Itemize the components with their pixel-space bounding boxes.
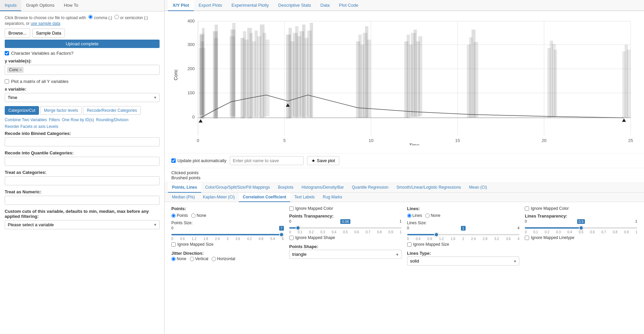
tab-merge-factor[interactable]: Merge factor levels bbox=[40, 106, 82, 115]
plot-name-input[interactable] bbox=[230, 156, 304, 165]
right-panel: X/Y Plot Export Plots Experimental Plotl… bbox=[165, 0, 644, 334]
plot-matrix-row: Plot a matrix of all Y variables bbox=[5, 79, 160, 84]
points-size-label: Points Size: bbox=[171, 221, 192, 225]
ignore-mapped-color-lines-label: Ignore Mapped Color bbox=[531, 206, 569, 211]
sub-opt-tab-correlation[interactable]: Correlation Coefficient bbox=[239, 193, 290, 202]
chart-container: 400 300 200 100 0 0 5 10 15 20 25 Conc T… bbox=[165, 11, 644, 153]
left-content: Click Browse to choose csv file to uploa… bbox=[0, 11, 164, 237]
sample-data-button[interactable]: Sample Data bbox=[32, 29, 65, 38]
lines-size-label: Lines Size: bbox=[407, 221, 427, 225]
points-radio-none[interactable]: None bbox=[191, 213, 206, 218]
tab-descriptive-stats[interactable]: Descriptive Stats bbox=[273, 0, 316, 11]
svg-rect-73 bbox=[474, 42, 478, 117]
link-combine-two-vars[interactable]: Combine Two Variables bbox=[5, 117, 47, 122]
points-radio-points[interactable]: Points bbox=[171, 213, 188, 218]
opt-tab-color-group[interactable]: Color/Group/Split/Size/Fill Mappings bbox=[201, 183, 274, 193]
opt-tab-histograms[interactable]: Histograms/Density/Bar bbox=[297, 183, 348, 193]
points-shape-select[interactable]: triangle bbox=[289, 250, 402, 259]
opt-tab-quantile-regression[interactable]: Quantile Regression bbox=[348, 183, 393, 193]
points-size-max-val: 7 bbox=[279, 226, 284, 231]
recode-quantile-input[interactable] bbox=[5, 157, 160, 166]
points-radio-row: Points None bbox=[171, 213, 284, 218]
opt-tab-points-lines[interactable]: Points, Lines bbox=[168, 183, 201, 193]
sub-opt-tab-rug-marks[interactable]: Rug Marks bbox=[319, 193, 346, 202]
ignore-mapped-color-checkbox-pts[interactable] bbox=[289, 206, 294, 211]
use-sample-link[interactable]: use sample data bbox=[31, 21, 60, 26]
lines-type-select-wrapper: solid ▼ bbox=[407, 256, 520, 266]
opt-tab-mean-ci[interactable]: Mean (CI) bbox=[465, 183, 491, 193]
tab-data[interactable]: Data bbox=[316, 0, 334, 11]
points-size-min: 0 bbox=[171, 226, 173, 231]
ignore-mapped-linetype-label: Ignore Mapped Linetype bbox=[531, 235, 574, 240]
treat-categories-group: Treat as Categories: bbox=[5, 170, 160, 185]
tab-how-to[interactable]: How To bbox=[59, 0, 83, 11]
ignore-mapped-color-lines-checkbox[interactable] bbox=[525, 206, 529, 211]
lines-type-select[interactable]: solid bbox=[407, 256, 520, 266]
y-variable-tag-close[interactable]: × bbox=[19, 68, 22, 72]
svg-rect-34 bbox=[229, 36, 235, 116]
link-filters[interactable]: Filters bbox=[49, 117, 60, 122]
lines-size-slider[interactable] bbox=[407, 234, 520, 235]
ignore-mapped-shape-label: Ignore Mapped Shape bbox=[295, 235, 335, 240]
jitter-none[interactable]: None bbox=[171, 256, 186, 261]
svg-rect-62 bbox=[367, 40, 371, 117]
ignore-mapped-size-lines-label: Ignore Mapped Size bbox=[413, 242, 449, 247]
tab-experimental-plotly[interactable]: Experimental Plotly bbox=[227, 0, 273, 11]
ignore-mapped-size-lines-row: Ignore Mapped Size bbox=[407, 242, 520, 247]
jitter-vertical[interactable]: Vertical bbox=[190, 256, 208, 261]
custom-cuts-select[interactable]: Please select a variable bbox=[5, 220, 160, 229]
x-variable-group: x variable: Time ▼ bbox=[5, 87, 160, 102]
points-shape-select-wrapper: triangle ▼ bbox=[289, 250, 402, 259]
lines-radio-none[interactable]: None bbox=[425, 213, 440, 218]
save-plot-button[interactable]: ★ Save plot bbox=[307, 156, 339, 165]
sub-opt-tab-median[interactable]: Median (PIs) bbox=[168, 193, 199, 202]
jitter-horizontal[interactable]: Horizontal bbox=[212, 256, 235, 261]
tab-xy-plot[interactable]: X/Y Plot bbox=[168, 0, 194, 11]
top-tabs: Inputs Graph Options How To bbox=[0, 0, 164, 11]
plot-matrix-checkbox[interactable] bbox=[5, 79, 9, 84]
lines-transparency-slider[interactable] bbox=[525, 227, 637, 229]
lines-radio-lines[interactable]: Lines bbox=[407, 213, 422, 218]
link-rounding-division[interactable]: Rounding/Division bbox=[96, 117, 129, 122]
auto-update-checkbox[interactable] bbox=[171, 158, 176, 163]
svg-rect-77 bbox=[554, 50, 557, 117]
plot-matrix-label: Plot a matrix of all Y variables bbox=[11, 79, 69, 84]
opt-tab-boxplots[interactable]: Boxplots bbox=[274, 183, 297, 193]
link-reorder-facets[interactable]: Reorder Facets or axis Levels bbox=[5, 124, 58, 129]
chart-svg[interactable]: 400 300 200 100 0 0 5 10 15 20 25 Conc T… bbox=[171, 14, 637, 145]
browse-button[interactable]: Browse... bbox=[5, 29, 30, 38]
sub-opt-tab-text-labels[interactable]: Text Labels bbox=[290, 193, 319, 202]
y-variable-input[interactable]: Conc × bbox=[5, 65, 160, 75]
y-variable-label: y variable(s): bbox=[5, 58, 160, 63]
sub-options-tabs-row: Median (PIs) Kaplan-Meier (CI) Correlati… bbox=[165, 193, 644, 202]
treat-numeric-input[interactable] bbox=[5, 196, 160, 205]
auto-update-label: Update plot automatically bbox=[177, 158, 226, 163]
tab-plot-code[interactable]: Plot Code bbox=[334, 0, 363, 11]
tab-inputs[interactable]: Inputs bbox=[0, 0, 21, 11]
character-vars-checkbox[interactable] bbox=[5, 51, 9, 55]
x-variable-select[interactable]: Time bbox=[5, 93, 160, 102]
recode-binned-group: Recode into Binned Categories: bbox=[5, 131, 160, 146]
sub-opt-tab-kaplan-meier[interactable]: Kaplan-Meier (CI) bbox=[199, 193, 239, 202]
star-icon: ★ bbox=[311, 158, 315, 163]
opt-tab-smooth-regressions[interactable]: Smooth/Linear/Logistic Regressions bbox=[392, 183, 465, 193]
tab-export-plots[interactable]: Export Plots bbox=[194, 0, 227, 11]
ignore-mapped-color-lines-row: Ignore Mapped Color bbox=[525, 206, 637, 211]
browse-row: Browse... Sample Data bbox=[5, 29, 160, 38]
points-transparency-slider[interactable] bbox=[289, 227, 402, 229]
tab-recode-reorder[interactable]: Recode/Reorder Categories bbox=[83, 106, 140, 115]
jitter-radio-row: None Vertical Horizontal bbox=[171, 256, 284, 261]
ignore-mapped-size-lines-checkbox[interactable] bbox=[407, 242, 412, 247]
svg-rect-69 bbox=[418, 36, 422, 116]
link-one-row-by-ids[interactable]: One Row by ID(s) bbox=[62, 117, 94, 122]
recode-binned-input[interactable] bbox=[5, 137, 160, 146]
tab-categorize-cut[interactable]: Categorize/Cut bbox=[5, 106, 39, 115]
points-size-slider[interactable] bbox=[171, 234, 284, 235]
treat-categories-input[interactable] bbox=[5, 176, 160, 185]
ignore-mapped-size-checkbox[interactable] bbox=[171, 242, 176, 247]
points-transparency-container: Points Transparency: 0 0.06 1 00.10.20.3… bbox=[289, 213, 402, 234]
tab-graph-options[interactable]: Graph Options bbox=[21, 0, 59, 11]
ignore-mapped-linetype-checkbox[interactable] bbox=[525, 236, 529, 240]
svg-rect-45 bbox=[265, 40, 269, 116]
ignore-mapped-shape-checkbox[interactable] bbox=[289, 236, 294, 240]
